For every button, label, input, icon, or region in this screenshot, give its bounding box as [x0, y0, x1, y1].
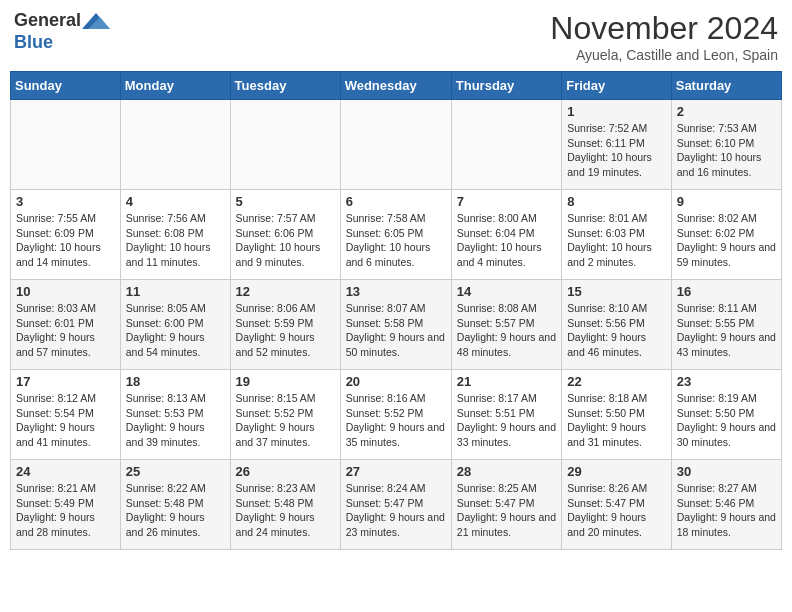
calendar-cell: 26Sunrise: 8:23 AM Sunset: 5:48 PM Dayli… [230, 460, 340, 550]
calendar-cell [451, 100, 561, 190]
day-info: Sunrise: 8:25 AM Sunset: 5:47 PM Dayligh… [457, 481, 556, 540]
day-number: 10 [16, 284, 115, 299]
day-info: Sunrise: 8:21 AM Sunset: 5:49 PM Dayligh… [16, 481, 115, 540]
calendar-cell: 15Sunrise: 8:10 AM Sunset: 5:56 PM Dayli… [562, 280, 672, 370]
location: Ayuela, Castille and Leon, Spain [550, 47, 778, 63]
calendar-cell: 3Sunrise: 7:55 AM Sunset: 6:09 PM Daylig… [11, 190, 121, 280]
calendar-cell [230, 100, 340, 190]
day-number: 4 [126, 194, 225, 209]
calendar-cell: 20Sunrise: 8:16 AM Sunset: 5:52 PM Dayli… [340, 370, 451, 460]
day-number: 26 [236, 464, 335, 479]
calendar-week-row: 24Sunrise: 8:21 AM Sunset: 5:49 PM Dayli… [11, 460, 782, 550]
header-row: SundayMondayTuesdayWednesdayThursdayFrid… [11, 72, 782, 100]
page-header: General Blue November 2024 Ayuela, Casti… [10, 10, 782, 63]
day-number: 25 [126, 464, 225, 479]
day-number: 8 [567, 194, 666, 209]
day-info: Sunrise: 8:11 AM Sunset: 5:55 PM Dayligh… [677, 301, 776, 360]
day-info: Sunrise: 8:26 AM Sunset: 5:47 PM Dayligh… [567, 481, 666, 540]
day-info: Sunrise: 7:57 AM Sunset: 6:06 PM Dayligh… [236, 211, 335, 270]
day-number: 17 [16, 374, 115, 389]
calendar-cell: 6Sunrise: 7:58 AM Sunset: 6:05 PM Daylig… [340, 190, 451, 280]
calendar-cell: 13Sunrise: 8:07 AM Sunset: 5:58 PM Dayli… [340, 280, 451, 370]
day-info: Sunrise: 8:10 AM Sunset: 5:56 PM Dayligh… [567, 301, 666, 360]
day-number: 27 [346, 464, 446, 479]
calendar-cell: 30Sunrise: 8:27 AM Sunset: 5:46 PM Dayli… [671, 460, 781, 550]
calendar-cell: 1Sunrise: 7:52 AM Sunset: 6:11 PM Daylig… [562, 100, 672, 190]
day-info: Sunrise: 8:22 AM Sunset: 5:48 PM Dayligh… [126, 481, 225, 540]
day-number: 9 [677, 194, 776, 209]
calendar-cell: 25Sunrise: 8:22 AM Sunset: 5:48 PM Dayli… [120, 460, 230, 550]
day-info: Sunrise: 8:07 AM Sunset: 5:58 PM Dayligh… [346, 301, 446, 360]
day-number: 19 [236, 374, 335, 389]
weekday-header: Monday [120, 72, 230, 100]
day-info: Sunrise: 8:23 AM Sunset: 5:48 PM Dayligh… [236, 481, 335, 540]
calendar-week-row: 3Sunrise: 7:55 AM Sunset: 6:09 PM Daylig… [11, 190, 782, 280]
day-number: 13 [346, 284, 446, 299]
day-info: Sunrise: 8:15 AM Sunset: 5:52 PM Dayligh… [236, 391, 335, 450]
calendar-cell: 7Sunrise: 8:00 AM Sunset: 6:04 PM Daylig… [451, 190, 561, 280]
day-number: 11 [126, 284, 225, 299]
day-number: 2 [677, 104, 776, 119]
weekday-header: Tuesday [230, 72, 340, 100]
day-info: Sunrise: 8:27 AM Sunset: 5:46 PM Dayligh… [677, 481, 776, 540]
day-info: Sunrise: 8:00 AM Sunset: 6:04 PM Dayligh… [457, 211, 556, 270]
day-number: 23 [677, 374, 776, 389]
day-info: Sunrise: 8:01 AM Sunset: 6:03 PM Dayligh… [567, 211, 666, 270]
calendar-cell: 23Sunrise: 8:19 AM Sunset: 5:50 PM Dayli… [671, 370, 781, 460]
logo-text: General Blue [14, 10, 110, 53]
calendar-cell: 14Sunrise: 8:08 AM Sunset: 5:57 PM Dayli… [451, 280, 561, 370]
day-info: Sunrise: 8:19 AM Sunset: 5:50 PM Dayligh… [677, 391, 776, 450]
calendar-cell: 24Sunrise: 8:21 AM Sunset: 5:49 PM Dayli… [11, 460, 121, 550]
month-title: November 2024 [550, 10, 778, 47]
day-number: 22 [567, 374, 666, 389]
calendar-cell [120, 100, 230, 190]
calendar-cell: 27Sunrise: 8:24 AM Sunset: 5:47 PM Dayli… [340, 460, 451, 550]
weekday-header: Saturday [671, 72, 781, 100]
day-number: 15 [567, 284, 666, 299]
day-info: Sunrise: 7:53 AM Sunset: 6:10 PM Dayligh… [677, 121, 776, 180]
day-info: Sunrise: 8:08 AM Sunset: 5:57 PM Dayligh… [457, 301, 556, 360]
day-info: Sunrise: 7:56 AM Sunset: 6:08 PM Dayligh… [126, 211, 225, 270]
calendar-cell: 5Sunrise: 7:57 AM Sunset: 6:06 PM Daylig… [230, 190, 340, 280]
day-number: 28 [457, 464, 556, 479]
day-number: 24 [16, 464, 115, 479]
day-number: 3 [16, 194, 115, 209]
calendar-cell: 16Sunrise: 8:11 AM Sunset: 5:55 PM Dayli… [671, 280, 781, 370]
day-number: 21 [457, 374, 556, 389]
weekday-header: Thursday [451, 72, 561, 100]
calendar-cell: 28Sunrise: 8:25 AM Sunset: 5:47 PM Dayli… [451, 460, 561, 550]
day-number: 5 [236, 194, 335, 209]
day-number: 14 [457, 284, 556, 299]
weekday-header: Sunday [11, 72, 121, 100]
day-info: Sunrise: 8:13 AM Sunset: 5:53 PM Dayligh… [126, 391, 225, 450]
logo-line2: Blue [14, 32, 110, 54]
day-number: 6 [346, 194, 446, 209]
calendar-cell: 12Sunrise: 8:06 AM Sunset: 5:59 PM Dayli… [230, 280, 340, 370]
day-info: Sunrise: 8:03 AM Sunset: 6:01 PM Dayligh… [16, 301, 115, 360]
calendar-cell: 21Sunrise: 8:17 AM Sunset: 5:51 PM Dayli… [451, 370, 561, 460]
day-info: Sunrise: 8:12 AM Sunset: 5:54 PM Dayligh… [16, 391, 115, 450]
day-number: 29 [567, 464, 666, 479]
weekday-header: Friday [562, 72, 672, 100]
logo-icon [82, 11, 110, 31]
day-number: 12 [236, 284, 335, 299]
day-info: Sunrise: 7:55 AM Sunset: 6:09 PM Dayligh… [16, 211, 115, 270]
logo: General Blue [14, 10, 110, 53]
day-number: 16 [677, 284, 776, 299]
calendar-cell: 9Sunrise: 8:02 AM Sunset: 6:02 PM Daylig… [671, 190, 781, 280]
calendar-cell: 8Sunrise: 8:01 AM Sunset: 6:03 PM Daylig… [562, 190, 672, 280]
calendar-cell: 22Sunrise: 8:18 AM Sunset: 5:50 PM Dayli… [562, 370, 672, 460]
day-number: 30 [677, 464, 776, 479]
day-info: Sunrise: 8:17 AM Sunset: 5:51 PM Dayligh… [457, 391, 556, 450]
calendar-week-row: 1Sunrise: 7:52 AM Sunset: 6:11 PM Daylig… [11, 100, 782, 190]
calendar-week-row: 17Sunrise: 8:12 AM Sunset: 5:54 PM Dayli… [11, 370, 782, 460]
calendar-cell: 11Sunrise: 8:05 AM Sunset: 6:00 PM Dayli… [120, 280, 230, 370]
calendar-cell: 10Sunrise: 8:03 AM Sunset: 6:01 PM Dayli… [11, 280, 121, 370]
day-info: Sunrise: 7:58 AM Sunset: 6:05 PM Dayligh… [346, 211, 446, 270]
day-info: Sunrise: 7:52 AM Sunset: 6:11 PM Dayligh… [567, 121, 666, 180]
day-info: Sunrise: 8:05 AM Sunset: 6:00 PM Dayligh… [126, 301, 225, 360]
day-number: 20 [346, 374, 446, 389]
day-info: Sunrise: 8:24 AM Sunset: 5:47 PM Dayligh… [346, 481, 446, 540]
day-info: Sunrise: 8:18 AM Sunset: 5:50 PM Dayligh… [567, 391, 666, 450]
title-section: November 2024 Ayuela, Castille and Leon,… [550, 10, 778, 63]
